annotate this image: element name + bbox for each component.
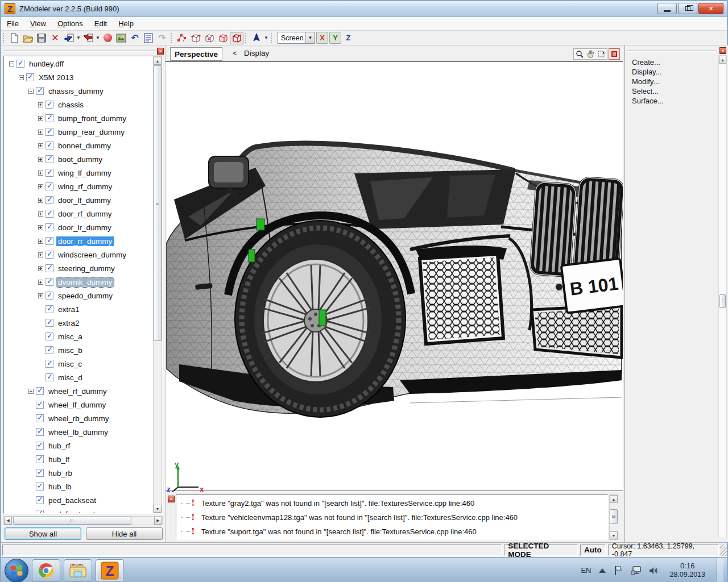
tree-checkbox[interactable]: ✓ [46, 264, 53, 272]
undo-icon[interactable]: ↶ [128, 32, 142, 44]
tree-item[interactable]: ✓door_rr_dummy [5, 234, 152, 248]
export-dropdown-icon[interactable]: ▼ [95, 32, 101, 44]
log-panel-close-icon[interactable]: ✕ [168, 496, 175, 502]
tree-checkbox[interactable]: ✓ [46, 114, 53, 122]
command-modify[interactable]: Modify... [632, 77, 659, 86]
tree-item[interactable]: ✓wheel_rf_dummy [5, 384, 152, 398]
command-select[interactable]: Select... [632, 87, 659, 95]
open-file-icon[interactable] [21, 32, 35, 44]
combo-dropdown-icon[interactable]: ▼ [305, 32, 315, 43]
tree-expander-icon[interactable] [38, 266, 43, 271]
tree-item[interactable]: ✓boot_dummy [5, 152, 152, 166]
tree-checkbox[interactable]: ✓ [36, 387, 44, 395]
scroll-down-icon[interactable]: ▼ [610, 531, 618, 539]
log-scroll-thumb[interactable] [610, 509, 618, 524]
polygons-level-icon[interactable] [202, 32, 216, 44]
start-button[interactable] [5, 559, 28, 582]
status-auto-toggle[interactable]: Auto [580, 544, 606, 556]
objects-level-active-icon[interactable] [230, 32, 243, 44]
tree-checkbox[interactable]: ✓ [46, 360, 53, 368]
tree-expander-icon[interactable] [38, 171, 43, 176]
tree-item[interactable]: ✓ped_backseat [5, 493, 152, 507]
tree-expander-icon[interactable] [38, 143, 43, 148]
command-display[interactable]: Display... [632, 68, 662, 76]
tree-item[interactable]: ✓door_lf_dummy [5, 193, 152, 207]
tree-checkbox[interactable]: ✓ [46, 223, 53, 231]
tree-checkbox[interactable]: ✓ [46, 182, 53, 190]
pan-hand-icon[interactable] [586, 50, 594, 58]
normals-icon[interactable] [250, 32, 263, 44]
viewport-display-menu[interactable]: Display [244, 49, 269, 57]
tree-checkbox[interactable]: ✓ [36, 496, 44, 504]
coordinate-space-combo[interactable]: Screen ▼ [278, 32, 315, 44]
tree-item[interactable]: ✓wheel_lf_dummy [5, 398, 152, 411]
tree-checkbox[interactable]: ✓ [36, 483, 44, 490]
scroll-left-icon[interactable]: ◀ [4, 517, 12, 525]
tree-item[interactable]: ✓wing_lf_dummy [5, 166, 152, 180]
tree-expander-icon[interactable] [38, 184, 43, 189]
tree-item[interactable]: ✓wheel_lb_dummy [5, 425, 152, 439]
tree-checkbox[interactable]: ✓ [46, 210, 53, 218]
action-center-flag-icon[interactable] [614, 566, 623, 576]
tree-expander-icon[interactable] [38, 211, 43, 217]
texture-browser-icon[interactable] [114, 32, 128, 44]
tree-vscrollbar[interactable]: ▲ ▼ [153, 56, 162, 513]
tree-expander-icon[interactable] [38, 198, 43, 203]
language-indicator[interactable]: EN [581, 566, 591, 575]
tree-checkbox[interactable]: ✓ [36, 414, 44, 422]
tree-item[interactable]: ✓steering_dummy [5, 261, 152, 275]
tree-expander-icon[interactable] [38, 252, 43, 257]
tree-checkbox[interactable]: ✓ [46, 237, 53, 245]
menu-help[interactable]: Help [113, 18, 139, 30]
viewport-maximize-button[interactable] [609, 48, 620, 60]
restore-button[interactable] [678, 3, 697, 14]
minimize-button[interactable] [657, 3, 677, 14]
tree-checkbox[interactable]: ✓ [46, 128, 53, 136]
save-icon[interactable] [35, 32, 48, 44]
tree-expander-icon[interactable] [38, 239, 43, 244]
tree-item[interactable]: ✓bump_rear_dummy [5, 125, 152, 139]
tree-item[interactable]: ✓bonnet_dummy [5, 139, 152, 152]
tree-checkbox[interactable]: ✓ [46, 305, 53, 313]
normals-dropdown-icon[interactable]: ▼ [263, 32, 269, 44]
tree-item[interactable]: ✓speedo_dummy [5, 289, 152, 302]
tree-expander-icon[interactable] [38, 102, 43, 107]
axis-z-toggle[interactable]: Z [342, 32, 354, 44]
panel-grip[interactable] [626, 48, 717, 51]
show-hidden-icons[interactable] [599, 568, 606, 573]
tree-checkbox[interactable]: ✓ [46, 332, 53, 340]
command-surface[interactable]: Surface... [632, 97, 664, 105]
tree-vscroll-thumb[interactable] [154, 65, 162, 341]
import-dropdown-icon[interactable]: ▼ [76, 32, 81, 44]
zoom-icon[interactable] [576, 50, 584, 58]
tree-checkbox[interactable]: ✓ [46, 251, 53, 259]
tree-checkbox[interactable]: ✓ [46, 278, 53, 286]
tree-expander-icon[interactable] [38, 130, 43, 135]
tree-item[interactable]: ✓wing_rf_dummy [5, 180, 152, 193]
tree-hscroll-thumb[interactable] [13, 517, 131, 525]
commands-scroll-thumb[interactable] [719, 294, 726, 308]
tree-item[interactable]: ✓hub_lf [5, 452, 152, 466]
panel-grip[interactable] [3, 48, 164, 51]
tree-checkbox[interactable]: ✓ [36, 428, 44, 436]
tree-item[interactable]: ✓misc_b [5, 343, 152, 357]
tree-item[interactable]: ✓wheel_rb_dummy [5, 411, 152, 425]
axis-x-toggle[interactable]: X [316, 32, 328, 44]
tree-checkbox[interactable]: ✓ [16, 60, 24, 68]
show-all-button[interactable]: Show all [5, 527, 81, 540]
tree-checkbox[interactable]: ✓ [36, 442, 44, 450]
viewport-canvas[interactable]: B 101 y x z [166, 61, 623, 491]
tree-item[interactable]: ✓chassis [5, 98, 152, 111]
tree-item[interactable]: ✓door_lr_dummy [5, 221, 152, 234]
commands-panel-close-icon[interactable]: ✕ [719, 47, 726, 54]
orbit-icon[interactable] [597, 50, 605, 58]
new-file-icon[interactable] [7, 32, 21, 44]
tree-expander-icon[interactable] [38, 116, 43, 121]
tree-item[interactable]: ✓windscreen_dummy [5, 248, 152, 261]
tree-checkbox[interactable]: ✓ [36, 87, 44, 95]
tree-expander-icon[interactable] [38, 225, 43, 230]
redo-icon[interactable]: ↷ [155, 32, 169, 44]
tree-item[interactable]: ✓misc_d [5, 371, 152, 384]
tree-checkbox[interactable]: ✓ [46, 101, 53, 109]
tree-item[interactable]: ✓extra2 [5, 316, 152, 330]
